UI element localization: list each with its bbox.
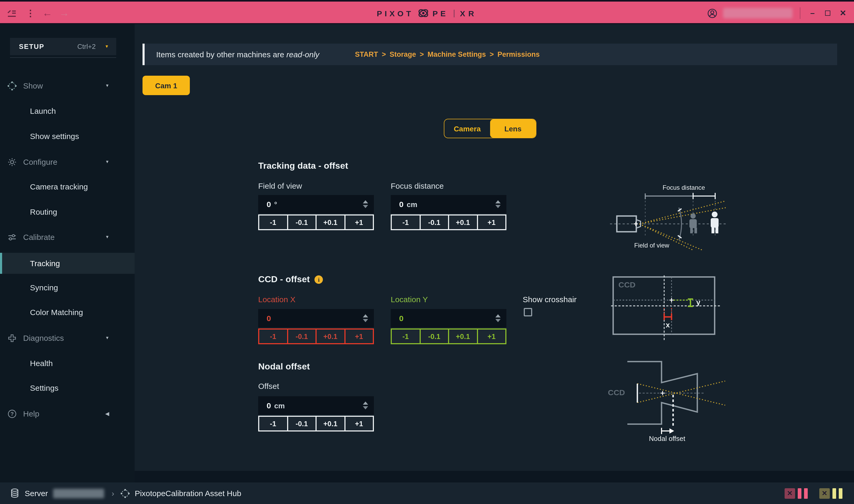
show-crosshair-checkbox[interactable] bbox=[524, 308, 532, 317]
focus-minus-1-button[interactable]: -1 bbox=[391, 214, 420, 230]
section-title-text: CCD - offset bbox=[258, 274, 310, 285]
health-plus-icon bbox=[7, 333, 17, 343]
fov-minus-1-button[interactable]: -1 bbox=[258, 214, 288, 230]
sidebar-divider bbox=[10, 57, 116, 58]
close-button[interactable]: ✕ bbox=[838, 8, 848, 18]
sidebar-item-launch[interactable]: Launch bbox=[0, 102, 135, 120]
stop-indicator-yellow[interactable]: ✕ bbox=[819, 488, 830, 499]
sidebar-item-label: Show bbox=[23, 81, 43, 90]
info-icon[interactable]: i bbox=[314, 275, 323, 284]
locy-minus-1-button[interactable]: -1 bbox=[391, 328, 420, 344]
sidebar-item-show[interactable]: Show ▼ bbox=[0, 77, 135, 95]
database-icon bbox=[10, 488, 19, 498]
location-x-input[interactable]: 0 bbox=[258, 309, 374, 327]
locy-plus-0-1-button[interactable]: +0.1 bbox=[448, 328, 478, 344]
lens-tab[interactable]: Lens bbox=[490, 119, 536, 138]
breadcrumb-start[interactable]: START bbox=[355, 51, 378, 58]
sidebar-item-syncing[interactable]: Syncing bbox=[0, 278, 135, 296]
location-y-steppers: -1 -0.1 +0.1 +1 bbox=[391, 328, 506, 344]
chevron-right-icon: › bbox=[111, 489, 114, 498]
sidebar-item-tracking[interactable]: Tracking bbox=[0, 253, 135, 274]
sidebar-item-routing[interactable]: Routing bbox=[0, 203, 135, 221]
mode-selector[interactable]: SETUP Ctrl+2 ▼ bbox=[10, 38, 116, 55]
brand-text-right: PE bbox=[433, 9, 448, 18]
diagram-ccd-label: CCD bbox=[608, 388, 625, 397]
pause-bar-yellow-2[interactable] bbox=[839, 488, 842, 499]
sidebar-item-settings[interactable]: Settings bbox=[0, 379, 135, 397]
diagram-focus-distance-label: Focus distance bbox=[663, 184, 705, 191]
camera-lens-toggle: Camera Lens bbox=[444, 119, 536, 138]
sidebar-item-label: Syncing bbox=[30, 283, 58, 292]
titlebar: ⋮ ← → PIXOT PE | XR bbox=[0, 0, 854, 24]
cam-1-tab[interactable]: Cam 1 bbox=[142, 76, 190, 95]
locx-plus-1-button[interactable]: +1 bbox=[344, 328, 374, 344]
sidebar-item-show-settings[interactable]: Show settings bbox=[0, 127, 135, 145]
location-x-spinner[interactable] bbox=[363, 309, 368, 327]
focus-fov-diagram: Focus distance Field of view bbox=[610, 183, 726, 252]
sidebar-item-configure[interactable]: Configure ▼ bbox=[0, 153, 135, 171]
statusbar: Server › PixotopeCalibration Asset Hub ✕… bbox=[0, 483, 854, 504]
nodal-offset-input[interactable]: 0 cm bbox=[258, 396, 374, 415]
server-label[interactable]: Server bbox=[25, 489, 48, 498]
field-of-view-input[interactable]: 0 ° bbox=[258, 195, 374, 213]
diagram-x-label: x bbox=[666, 321, 670, 329]
diagram-ccd-label: CCD bbox=[618, 280, 635, 289]
focus-plus-1-button[interactable]: +1 bbox=[477, 214, 506, 230]
ccd-offset-title: CCD - offset i bbox=[258, 274, 323, 285]
titlebar-divider bbox=[800, 7, 800, 19]
stop-indicator-pink[interactable]: ✕ bbox=[785, 488, 795, 499]
breadcrumb-machine-settings[interactable]: Machine Settings bbox=[428, 51, 486, 58]
locx-plus-0-1-button[interactable]: +0.1 bbox=[315, 328, 345, 344]
pause-bar-pink-1[interactable] bbox=[798, 488, 801, 499]
user-account-icon[interactable] bbox=[707, 8, 717, 18]
minimize-button[interactable]: – bbox=[808, 8, 817, 18]
locy-plus-1-button[interactable]: +1 bbox=[477, 328, 506, 344]
locx-minus-0-1-button[interactable]: -0.1 bbox=[287, 328, 317, 344]
fov-plus-1-button[interactable]: +1 bbox=[344, 214, 374, 230]
field-of-view-spinner[interactable] bbox=[363, 195, 368, 213]
readonly-notice-text: Items created by other machines are read… bbox=[156, 50, 319, 59]
location-x-label: Location X bbox=[258, 295, 296, 304]
focus-distance-spinner[interactable] bbox=[495, 195, 501, 213]
location-y-spinner[interactable] bbox=[495, 309, 501, 327]
fov-minus-0-1-button[interactable]: -0.1 bbox=[287, 214, 317, 230]
ccd-diagram: CCD y x bbox=[611, 275, 721, 341]
redacted-username[interactable] bbox=[723, 8, 792, 18]
focus-distance-input[interactable]: 0 cm bbox=[391, 195, 506, 213]
notice-prefix: Items created by other machines are bbox=[156, 50, 286, 59]
location-y-value: 0 bbox=[399, 314, 404, 323]
asset-hub-label[interactable]: PixotopeCalibration Asset Hub bbox=[135, 489, 241, 498]
diagram-field-of-view-label: Field of view bbox=[634, 242, 669, 249]
breadcrumb-storage[interactable]: Storage bbox=[390, 51, 416, 58]
locy-minus-0-1-button[interactable]: -0.1 bbox=[419, 328, 449, 344]
breadcrumb-permissions[interactable]: Permissions bbox=[498, 51, 540, 58]
nodal-minus-0-1-button[interactable]: -0.1 bbox=[287, 416, 317, 431]
nodal-plus-0-1-button[interactable]: +0.1 bbox=[315, 416, 345, 431]
sidebar-item-health[interactable]: Health bbox=[0, 354, 135, 372]
readonly-notice: Items created by other machines are read… bbox=[142, 43, 837, 65]
asset-hub-icon bbox=[120, 488, 130, 498]
focus-plus-0-1-button[interactable]: +0.1 bbox=[448, 214, 478, 230]
nodal-minus-1-button[interactable]: -1 bbox=[258, 416, 288, 431]
sliders-icon bbox=[7, 232, 17, 242]
locx-minus-1-button[interactable]: -1 bbox=[258, 328, 288, 344]
fov-plus-0-1-button[interactable]: +0.1 bbox=[315, 214, 345, 230]
sidebar-item-color-matching[interactable]: Color Matching bbox=[0, 303, 135, 321]
location-y-input[interactable]: 0 bbox=[391, 309, 506, 327]
sidebar-item-help[interactable]: ? Help ◀ bbox=[0, 405, 135, 422]
focus-minus-0-1-button[interactable]: -0.1 bbox=[419, 214, 449, 230]
redacted-server-name[interactable] bbox=[53, 488, 104, 498]
sidebar-item-label: Show settings bbox=[30, 132, 79, 141]
breadcrumb-separator: > bbox=[382, 51, 386, 58]
maximize-button[interactable] bbox=[825, 11, 830, 16]
sidebar-item-calibrate[interactable]: Calibrate ▼ bbox=[0, 228, 135, 246]
pause-bar-pink-2[interactable] bbox=[804, 488, 808, 499]
nodal-offset-spinner[interactable] bbox=[363, 396, 368, 415]
sidebar-item-camera-tracking[interactable]: Camera tracking bbox=[0, 178, 135, 196]
pixotope-atom-icon bbox=[417, 7, 429, 19]
pause-bar-yellow-1[interactable] bbox=[833, 488, 836, 499]
sidebar-item-diagnostics[interactable]: Diagnostics ▼ bbox=[0, 329, 135, 347]
camera-tab[interactable]: Camera bbox=[445, 119, 490, 138]
breadcrumb-separator: > bbox=[490, 51, 494, 58]
nodal-plus-1-button[interactable]: +1 bbox=[344, 416, 374, 431]
